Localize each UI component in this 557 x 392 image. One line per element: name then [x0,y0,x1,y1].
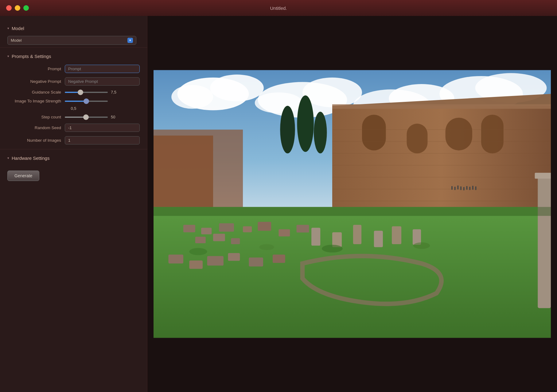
svg-rect-69 [475,186,477,190]
svg-rect-45 [353,225,361,244]
img2img-strength-label: Image To Image Strength [7,99,61,103]
model-dropdown-value: Model [11,38,21,43]
svg-rect-35 [219,223,234,232]
svg-point-6 [255,92,302,113]
svg-rect-33 [183,225,195,232]
sidebar: ▾ Model Model ▾ ▾ Prompts & Settings Pro… [0,16,147,392]
model-section-label: Model [12,26,24,31]
svg-point-29 [314,112,327,153]
model-section-header[interactable]: ▾ Model [0,22,147,35]
svg-rect-64 [460,186,462,190]
svg-rect-65 [463,187,465,190]
guidance-scale-slider-container: 7,5 [65,90,140,94]
svg-rect-51 [207,256,224,266]
svg-rect-70 [154,207,551,216]
number-of-images-row: Number of Images [0,134,147,147]
model-dropdown[interactable]: Model ▾ [7,36,136,45]
svg-rect-37 [258,222,271,231]
svg-rect-47 [392,226,401,244]
hardware-section-label: Hardware Settings [12,156,49,161]
svg-rect-62 [454,187,456,190]
svg-rect-53 [249,258,263,267]
img2img-value-row: 0,5 [0,106,147,113]
svg-rect-68 [472,186,473,190]
svg-rect-41 [213,234,225,241]
random-seed-input[interactable] [65,124,140,132]
svg-rect-46 [374,231,383,247]
svg-rect-19 [481,115,504,153]
svg-rect-32 [154,207,551,338]
svg-rect-18 [446,118,472,151]
step-count-row: Step count 50 [0,113,147,121]
minimize-button[interactable] [15,5,20,11]
hardware-chevron-icon: ▾ [7,156,9,160]
prompt-label: Prompt [7,67,61,71]
svg-rect-49 [169,255,184,263]
svg-rect-16 [362,115,386,150]
svg-rect-54 [273,255,285,263]
step-count-slider-container: 50 [65,115,140,119]
svg-rect-34 [201,228,212,234]
svg-point-27 [280,106,295,153]
step-count-slider[interactable] [65,117,108,118]
img2img-strength-value: 0,5 [71,106,76,111]
window-controls [6,5,29,11]
svg-rect-36 [243,226,252,232]
number-of-images-label: Number of Images [7,138,61,143]
guidance-scale-row: Guidance Scale 7,5 [0,88,147,97]
svg-point-2 [210,75,264,101]
prompt-input[interactable] [65,65,140,73]
svg-rect-61 [451,186,453,190]
svg-point-56 [259,244,274,250]
title-bar: Untitled. [0,0,557,16]
guidance-scale-value: 7,5 [111,90,120,94]
svg-point-57 [322,245,343,252]
main-layout: ▾ Model Model ▾ ▾ Prompts & Settings Pro… [0,16,557,392]
img2img-strength-slider-container [65,101,140,102]
negative-prompt-label: Negative Prompt [7,79,61,84]
chevron-down-icon: ▾ [127,38,133,43]
svg-rect-66 [466,186,468,190]
hardware-section-header[interactable]: ▾ Hardware Settings [0,152,147,164]
guidance-scale-slider[interactable] [65,92,108,93]
maximize-button[interactable] [23,5,29,11]
prompt-row: Prompt [0,63,147,75]
generate-button[interactable]: Generate [7,171,39,181]
svg-point-28 [297,95,314,152]
svg-point-55 [189,248,207,255]
generated-image [154,22,551,386]
image-container [154,22,551,386]
svg-rect-40 [195,237,206,243]
svg-rect-38 [278,229,290,236]
svg-point-3 [171,85,213,109]
image-panel [147,16,557,392]
prompts-chevron-icon: ▾ [7,54,9,58]
svg-rect-31 [154,129,243,219]
svg-point-58 [413,242,430,249]
guidance-scale-label: Guidance Scale [7,90,61,94]
window-title: Untitled. [270,6,287,11]
svg-rect-48 [413,229,421,244]
prompts-section-header[interactable]: ▾ Prompts & Settings [0,50,147,63]
svg-rect-71 [332,104,551,109]
step-count-label: Step count [7,115,61,119]
step-count-value: 50 [111,115,120,119]
svg-rect-67 [469,187,470,190]
negative-prompt-input[interactable] [65,77,140,86]
svg-rect-60 [535,173,551,179]
number-of-images-input[interactable] [65,136,140,144]
svg-rect-17 [407,124,428,153]
random-seed-label: Random Seed [7,125,61,130]
separator-1 [0,47,147,48]
random-seed-row: Random Seed [0,121,147,134]
svg-rect-50 [189,260,203,269]
svg-rect-39 [297,225,309,233]
model-chevron-icon: ▾ [7,26,9,30]
svg-rect-59 [538,174,551,308]
svg-point-5 [302,78,362,107]
close-button[interactable] [6,5,12,11]
img2img-strength-slider[interactable] [65,101,108,102]
svg-rect-43 [311,228,320,246]
svg-rect-42 [231,238,240,244]
svg-rect-52 [228,253,240,261]
